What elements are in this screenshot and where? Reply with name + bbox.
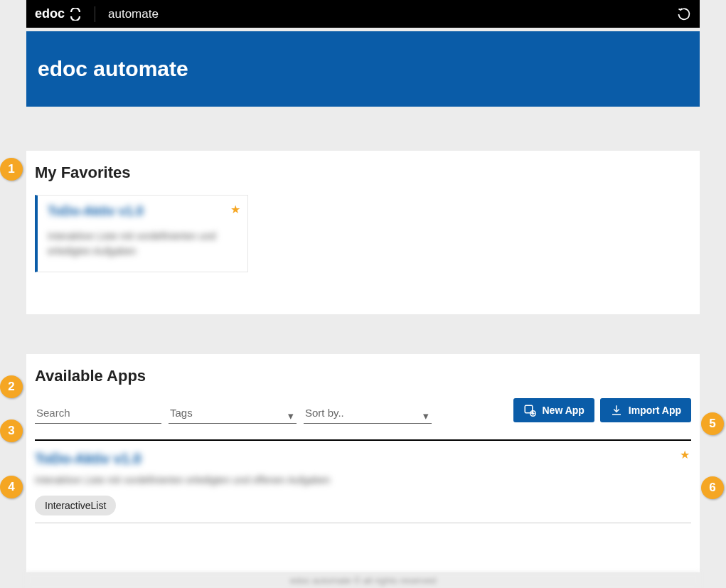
- refresh-icon[interactable]: [677, 7, 691, 21]
- new-app-label: New App: [542, 405, 584, 416]
- topbar-divider: [95, 6, 95, 22]
- tags-select[interactable]: Tags ▾: [169, 404, 297, 424]
- favorite-card[interactable]: ToDo-Aktiv v1.0 ★ Interaktive Liste mit …: [35, 195, 248, 272]
- callout-6: 6: [701, 476, 724, 499]
- callout-2: 2: [0, 375, 23, 398]
- favorites-heading: My Favorites: [35, 164, 691, 182]
- callout-4: 4: [0, 476, 23, 498]
- brand-logo-icon: [69, 8, 82, 21]
- callout-3: 3: [0, 419, 23, 442]
- chevron-down-icon: ▾: [423, 410, 429, 422]
- import-app-button[interactable]: Import App: [600, 398, 691, 422]
- action-buttons: New App Import App: [513, 398, 691, 422]
- star-icon[interactable]: ★: [680, 448, 690, 461]
- tags-placeholder: Tags: [170, 407, 295, 419]
- callout-5: 5: [701, 412, 724, 435]
- chevron-down-icon: ▾: [288, 410, 294, 422]
- import-icon: [610, 404, 623, 417]
- page-title: edoc automate: [38, 57, 188, 81]
- apps-heading: Available Apps: [35, 367, 691, 385]
- new-app-icon: [523, 404, 536, 417]
- apps-panel: Available Apps Tags ▾ Sort by.. ▾ New Ap…: [26, 354, 700, 572]
- favorites-panel: My Favorites ToDo-Aktiv v1.0 ★ Interakti…: [26, 151, 700, 314]
- favorite-card-description: Interaktive Liste mit vordefinierten und…: [48, 229, 237, 259]
- callout-1: 1: [0, 158, 23, 181]
- module-label: automate: [108, 7, 159, 21]
- app-row-description: Interaktive Liste mit vordefinierten erl…: [35, 474, 691, 486]
- tag-chip[interactable]: InteractiveList: [35, 496, 116, 515]
- import-app-label: Import App: [629, 405, 681, 416]
- filters-row: Tags ▾ Sort by.. ▾ New App: [35, 398, 691, 424]
- new-app-button[interactable]: New App: [513, 398, 594, 422]
- app-row-title: ToDo-Aktiv v1.0: [35, 451, 691, 467]
- brand: edoc: [35, 6, 82, 21]
- star-icon[interactable]: ★: [230, 203, 240, 216]
- search-input-wrapper[interactable]: [35, 404, 161, 424]
- footer-text: edoc automate © all rights reserved: [26, 572, 700, 588]
- app-row[interactable]: ToDo-Aktiv v1.0 ★ Interaktive Liste mit …: [35, 441, 691, 523]
- search-input[interactable]: [36, 407, 160, 419]
- sort-placeholder: Sort by..: [305, 407, 430, 419]
- hero-banner: edoc automate: [26, 31, 700, 107]
- sort-select[interactable]: Sort by.. ▾: [304, 404, 432, 424]
- brand-text: edoc: [35, 6, 65, 21]
- favorite-card-title: ToDo-Aktiv v1.0: [48, 204, 237, 219]
- topbar: edoc automate: [26, 0, 700, 28]
